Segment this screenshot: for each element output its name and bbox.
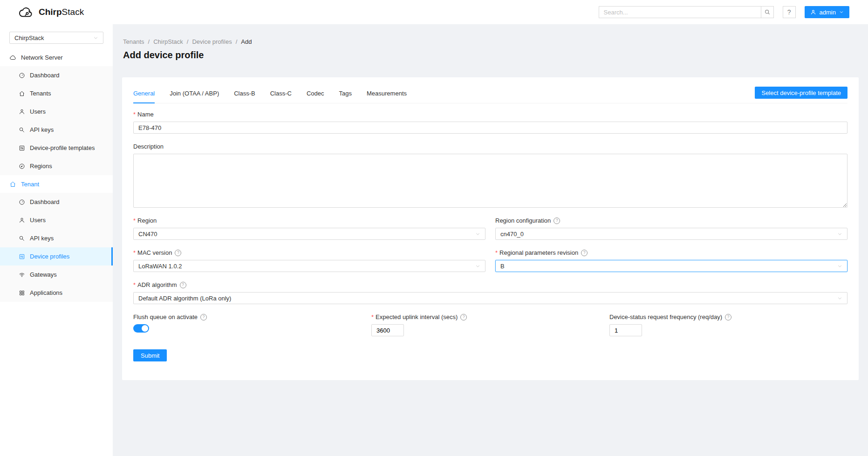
label-text: Region configuration <box>495 217 551 224</box>
user-menu-button[interactable]: admin <box>805 6 849 18</box>
breadcrumb-separator: / <box>187 38 189 45</box>
required-mark: * <box>133 281 136 288</box>
required-mark: * <box>133 249 136 256</box>
adr-algorithm-select[interactable]: Default ADR algorithm (LoRa only) <box>133 292 847 304</box>
main-content: Tenants/ChirpStack/Device profiles/Add A… <box>113 24 868 456</box>
sidebar-item-applications[interactable]: Applications <box>0 284 113 302</box>
item-label: Gateways <box>30 271 57 278</box>
select-template-button[interactable]: Select device-profile template <box>755 87 847 99</box>
section-label: Tenant <box>21 181 39 188</box>
description-label: Description <box>133 143 847 150</box>
item-label: API keys <box>30 126 54 133</box>
tab-class-b[interactable]: Class-B <box>234 87 255 103</box>
help-circle-icon[interactable]: ? <box>460 314 467 320</box>
flush-queue-field: Flush queue on activate ? <box>133 313 371 336</box>
chevron-down-icon <box>93 35 98 41</box>
page-title: Add device profile <box>123 50 858 61</box>
search-icon <box>764 9 771 15</box>
top-header: ChirpStack ? admin <box>0 0 868 24</box>
label-text: ADR algorithm <box>137 281 177 288</box>
chevron-down-icon <box>839 10 844 14</box>
mac-version-field: * MAC version ? LoRaWAN 1.0.2 <box>133 249 485 272</box>
name-label: * Name <box>133 111 847 118</box>
form-card: General Join (OTAA / ABP) Class-B Class-… <box>122 77 859 380</box>
name-field: * Name <box>133 111 847 134</box>
region-configuration-field: Region configuration ? cn470_0 <box>495 217 847 240</box>
key-icon <box>19 127 25 133</box>
help-circle-icon[interactable]: ? <box>725 314 731 320</box>
name-input[interactable] <box>133 122 847 134</box>
sidebar-item-device-profile-templates[interactable]: Device-profile templates <box>0 139 113 157</box>
required-mark: * <box>495 249 498 256</box>
help-button[interactable]: ? <box>783 6 796 18</box>
search-input[interactable] <box>599 6 761 18</box>
item-label: Device-profile templates <box>30 144 95 151</box>
flush-queue-label: Flush queue on activate ? <box>133 313 371 320</box>
item-label: API keys <box>30 235 54 242</box>
description-textarea[interactable] <box>133 154 847 208</box>
label-text: Regional parameters revision <box>499 249 578 256</box>
cloud-icon <box>9 54 16 61</box>
required-mark: * <box>133 111 136 118</box>
tab-class-c[interactable]: Class-C <box>270 87 292 103</box>
sidebar-item-ns-dashboard[interactable]: Dashboard <box>0 66 113 84</box>
expected-uplink-interval-field: * Expected uplink interval (secs) ? <box>371 313 609 336</box>
tab-join-otaa-abp[interactable]: Join (OTAA / ABP) <box>170 87 219 103</box>
tenant-select[interactable]: ChirpStack <box>9 32 103 44</box>
description-field: Description <box>133 143 847 208</box>
region-configuration-select-value: cn470_0 <box>500 231 524 238</box>
chevron-down-icon <box>837 231 842 237</box>
device-status-frequency-input[interactable] <box>609 324 642 336</box>
mac-version-select[interactable]: LoRaWAN 1.0.2 <box>133 260 485 272</box>
breadcrumb-tenants[interactable]: Tenants <box>123 38 144 45</box>
help-circle-icon[interactable]: ? <box>554 218 560 224</box>
device-status-frequency-field: Device-status request frequency (req/day… <box>609 313 847 336</box>
breadcrumb-device-profiles[interactable]: Device profiles <box>192 38 232 45</box>
sidebar-item-tenant-users[interactable]: Users <box>0 211 113 229</box>
chirpstack-cloud-logo-icon <box>19 6 34 19</box>
region-select[interactable]: CN470 <box>133 228 485 240</box>
search-button[interactable] <box>761 6 774 18</box>
sidebar-item-tenant-dashboard[interactable]: Dashboard <box>0 193 113 211</box>
tab-tags[interactable]: Tags <box>339 87 352 103</box>
tab-general[interactable]: General <box>133 87 155 103</box>
tabs: General Join (OTAA / ABP) Class-B Class-… <box>133 87 755 103</box>
sidebar-item-tenant-api-keys[interactable]: API keys <box>0 229 113 247</box>
sidebar-section-network-server[interactable]: Network Server <box>0 48 113 66</box>
regional-parameters-revision-select[interactable]: B <box>495 260 847 272</box>
device-profile-form: * Name Description * Region <box>133 111 847 361</box>
breadcrumb-chirpstack[interactable]: ChirpStack <box>153 38 183 45</box>
sidebar-item-ns-users[interactable]: Users <box>0 102 113 121</box>
sidebar-item-ns-api-keys[interactable]: API keys <box>0 121 113 139</box>
home-icon <box>9 181 16 188</box>
sidebar-section-tenant[interactable]: Tenant <box>0 175 113 193</box>
help-circle-icon[interactable]: ? <box>200 314 207 320</box>
required-mark: * <box>133 217 136 224</box>
tab-measurements[interactable]: Measurements <box>367 87 407 103</box>
tab-codec[interactable]: Codec <box>307 87 324 103</box>
key-icon <box>19 235 25 242</box>
sidebar-item-tenants[interactable]: Tenants <box>0 84 113 102</box>
expected-uplink-interval-input[interactable] <box>371 324 404 336</box>
label-text: Device-status request frequency (req/day… <box>609 313 722 320</box>
home-icon <box>19 90 25 97</box>
sidebar: ChirpStack Network Server Dashboard Tena… <box>0 24 113 456</box>
regional-parameters-revision-field: * Regional parameters revision ? B <box>495 249 847 272</box>
region-configuration-select[interactable]: cn470_0 <box>495 228 847 240</box>
user-icon <box>19 109 25 115</box>
control-icon <box>19 253 25 260</box>
item-label: Dashboard <box>30 198 60 205</box>
item-label: Users <box>30 108 46 115</box>
brand-name: ChirpStack <box>39 7 84 17</box>
help-circle-icon[interactable]: ? <box>581 250 588 256</box>
help-circle-icon[interactable]: ? <box>175 250 181 256</box>
breadcrumb: Tenants/ChirpStack/Device profiles/Add <box>113 24 868 45</box>
flush-queue-toggle[interactable] <box>133 324 149 333</box>
sidebar-item-gateways[interactable]: Gateways <box>0 265 113 284</box>
sidebar-item-device-profiles[interactable]: Device profiles <box>0 247 113 265</box>
mac-version-select-value: LoRaWAN 1.0.2 <box>138 263 182 270</box>
sidebar-item-regions[interactable]: Regions <box>0 157 113 175</box>
help-circle-icon[interactable]: ? <box>180 282 186 288</box>
item-label: Dashboard <box>30 72 60 79</box>
submit-button[interactable]: Submit <box>133 349 167 361</box>
